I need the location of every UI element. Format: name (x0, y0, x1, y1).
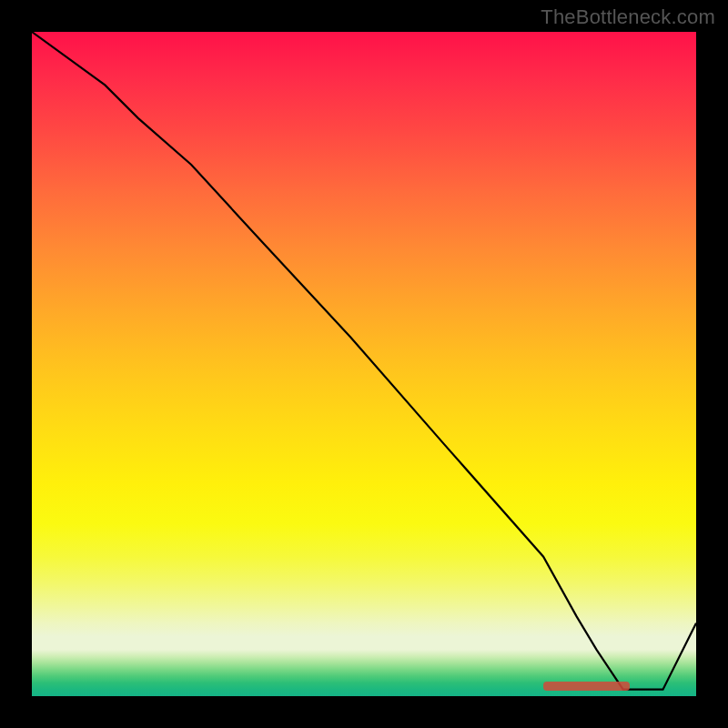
bottleneck-curve (32, 32, 696, 690)
plateau-marker (543, 682, 630, 691)
plot-area (32, 32, 696, 696)
line-layer (32, 32, 696, 696)
chart-frame: TheBottleneck.com (0, 0, 728, 728)
watermark-text: TheBottleneck.com (541, 5, 715, 29)
